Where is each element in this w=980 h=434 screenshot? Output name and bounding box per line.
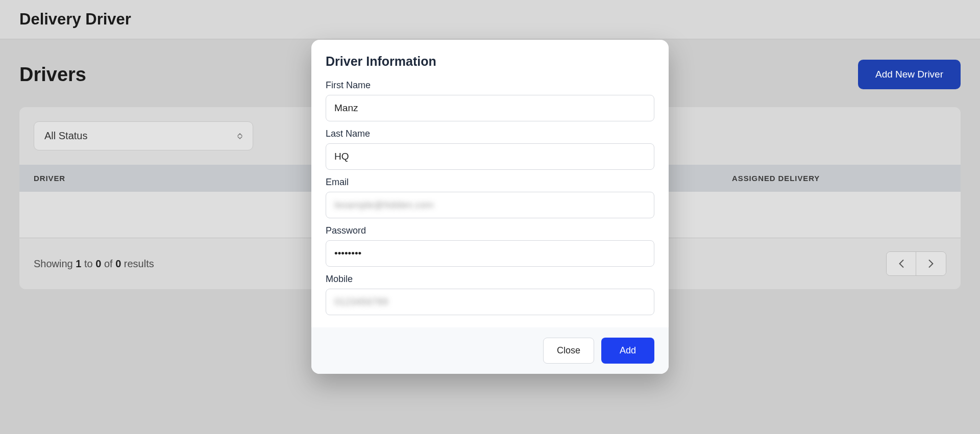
mobile-label: Mobile [326,274,654,285]
last-name-input[interactable] [326,143,654,170]
last-name-label: Last Name [326,129,654,139]
first-name-label: First Name [326,80,654,91]
first-name-input[interactable] [326,95,654,121]
password-input[interactable] [326,240,654,267]
modal-footer: Close Add [311,327,669,374]
last-name-group: Last Name [326,129,654,170]
email-group: Email Iexample@hidden.com [326,177,654,218]
mobile-input[interactable]: 0123456789 [326,289,654,315]
mobile-group: Mobile 0123456789 [326,274,654,315]
password-label: Password [326,225,654,236]
email-label: Email [326,177,654,188]
modal-title: Driver Information [326,54,654,69]
modal-body: Driver Information First Name Last Name … [311,40,669,327]
email-input[interactable]: Iexample@hidden.com [326,192,654,218]
password-group: Password [326,225,654,267]
first-name-group: First Name [326,80,654,121]
modal-backdrop: Driver Information First Name Last Name … [0,0,980,434]
driver-info-modal: Driver Information First Name Last Name … [311,40,669,374]
close-button[interactable]: Close [543,338,594,364]
add-button[interactable]: Add [601,338,654,364]
